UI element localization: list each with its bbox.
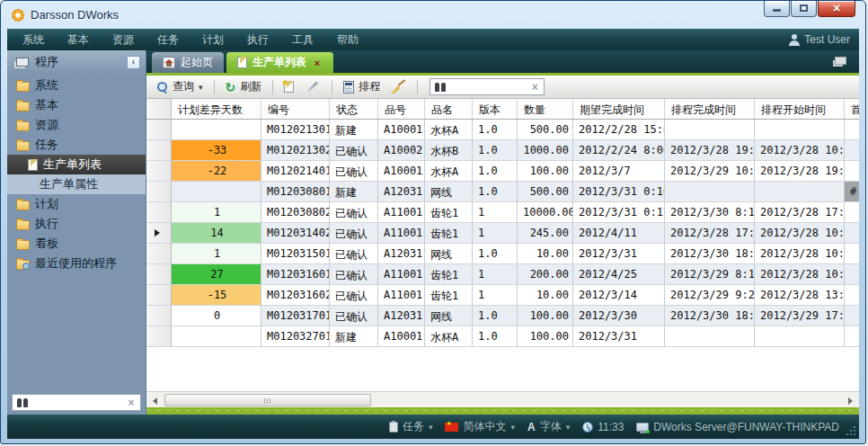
grid-cell[interactable]: 1	[473, 202, 518, 223]
grid-cell[interactable]: 2012/3/28 19:10	[755, 161, 845, 182]
sidebar-item[interactable]: 基本	[7, 95, 146, 115]
grid-cell[interactable]: 100.00	[518, 161, 573, 182]
status-font[interactable]: 字体	[527, 419, 570, 434]
grid-cell[interactable]: 2012/3/29 8:15	[665, 264, 755, 285]
grid-cell[interactable]: 新建	[330, 120, 378, 140]
clean-button[interactable]	[388, 78, 409, 95]
grid-cell-diff[interactable]	[172, 120, 261, 140]
grid-cell[interactable]: 已确认	[330, 140, 378, 161]
scroll-right-arrow[interactable]	[844, 394, 857, 406]
grid-cell[interactable]	[665, 326, 755, 347]
grid-cell[interactable]: 100.00	[518, 326, 573, 347]
grid-cell[interactable]: 500.00	[518, 182, 573, 202]
scroll-thumb[interactable]	[164, 394, 371, 406]
new-order-button[interactable]	[281, 79, 297, 94]
sidebar-search-input[interactable]	[33, 397, 121, 409]
column-header[interactable]: 编号	[261, 99, 330, 119]
collapse-sidebar-button[interactable]	[127, 56, 140, 69]
grid-cell[interactable]: A10001	[378, 326, 425, 347]
grid-cell[interactable]: 2012/3/29 17:46	[755, 306, 845, 326]
grid-cell[interactable]	[845, 120, 859, 140]
row-selector[interactable]	[146, 244, 172, 264]
grid-cell[interactable]: 2012/2/28 15:00	[573, 120, 665, 140]
status-language[interactable]: 简体中文	[445, 419, 515, 434]
close-button[interactable]	[818, 1, 855, 17]
grid-cell-diff[interactable]: -33	[172, 140, 261, 161]
grid-cell[interactable]: 2012/3/28 13:40	[755, 285, 845, 306]
grid-cell[interactable]: 2012/4/11	[573, 223, 665, 244]
grid-cell[interactable]: 2012/3/28 17:13	[665, 223, 755, 244]
grid-cell[interactable]: 2012/3/30 18:00	[665, 244, 755, 264]
grid-cell[interactable]: 2012/2/24 8:00	[573, 140, 665, 161]
grid-cell[interactable]: 1.0	[473, 120, 518, 140]
grid-cell[interactable]: A10001	[378, 161, 425, 182]
tab-production-order-list[interactable]: 生产单列表	[226, 52, 333, 73]
grid-cell[interactable]: 2012/3/30 18:00	[665, 306, 755, 326]
grid-cell[interactable]	[845, 285, 859, 306]
row-selector[interactable]	[146, 161, 172, 182]
table-row[interactable]: 1M012031501已确认A12031网线1.010.002012/3/312…	[146, 244, 859, 264]
column-header[interactable]: 首	[845, 99, 859, 119]
grid-cell[interactable]: 1000.00	[518, 140, 573, 161]
grid-cell[interactable]	[845, 140, 859, 161]
table-row[interactable]: -33M012021302已确认A10002水杯B1.01000.002012/…	[146, 140, 859, 161]
scroll-left-arrow[interactable]	[148, 394, 162, 406]
grid-cell[interactable]	[755, 120, 845, 140]
column-header[interactable]: 期望完成时间	[573, 99, 665, 119]
grid-cell[interactable]: 2012/3/14	[573, 285, 665, 306]
grid-cell[interactable]: 水杯A	[425, 326, 473, 347]
menu-item[interactable]: 基本	[67, 32, 89, 48]
menu-item[interactable]: 资源	[112, 32, 134, 48]
table-row[interactable]: -22M012021401已确认A10001水杯A1.0100.002012/3…	[146, 161, 859, 182]
grid-cell[interactable]: 水杯B	[425, 140, 473, 161]
grid-cell[interactable]: 新建	[330, 326, 378, 347]
menu-item[interactable]: 工具	[292, 32, 314, 48]
grid-cell[interactable]: A12031	[378, 182, 425, 202]
grid-cell[interactable]	[755, 182, 845, 202]
grid-cell[interactable]	[845, 161, 859, 182]
toolbar-search-input[interactable]	[451, 81, 525, 94]
grid-cell[interactable]: 1.0	[473, 161, 518, 182]
sidebar-item[interactable]: 系统	[7, 76, 146, 95]
column-header[interactable]: 品号	[378, 99, 425, 119]
grid-cell[interactable]: 已确认	[330, 161, 378, 182]
grid-cell[interactable]	[845, 326, 859, 347]
row-selector[interactable]	[146, 182, 172, 202]
grid-cell[interactable]: 已确认	[330, 306, 378, 326]
grid-cell[interactable]: 齿轮1	[425, 264, 473, 285]
grid-cell[interactable]: 1.0	[473, 182, 518, 202]
grid-cell[interactable]: M012031701	[261, 306, 330, 326]
grid-cell[interactable]: 已确认	[330, 264, 378, 285]
grid-cell[interactable]: 2012/3/28 17:13	[755, 202, 845, 223]
grid-cell[interactable]: M012031402	[261, 223, 330, 244]
grid-cell[interactable]: 2012/3/30	[573, 306, 665, 326]
grid-cell-diff[interactable]	[172, 182, 261, 202]
table-row[interactable]: M012030801新建A12031网线1.0500.002012/3/31 0…	[146, 182, 859, 202]
clear-search-icon[interactable]	[529, 82, 540, 93]
menu-item[interactable]: 任务	[157, 32, 179, 48]
grid-cell[interactable]: 2012/3/28 10:52	[755, 244, 845, 264]
grid-cell[interactable]	[845, 264, 859, 285]
table-row[interactable]: 1M012030802已确认A11001齿轮1110000.002012/3/3…	[146, 202, 859, 223]
grid-cell[interactable]: 2012/3/30 8:15	[665, 202, 755, 223]
sidebar-item[interactable]: 生产单属性	[7, 174, 146, 194]
grid-cell[interactable]: 网线	[425, 182, 473, 202]
grid-cell[interactable]: 10.00	[518, 244, 573, 264]
grid-cell[interactable]: A12031	[378, 306, 425, 326]
h-scrollbar[interactable]	[146, 391, 859, 407]
grid-cell[interactable]	[665, 120, 755, 140]
query-button[interactable]: 查询	[154, 77, 206, 96]
grid-cell[interactable]	[845, 244, 859, 264]
grid-cell[interactable]: M012031601	[261, 264, 330, 285]
grid-cell[interactable]: M012031501	[261, 244, 330, 264]
table-row[interactable]: -15M012031602已确认A11001齿轮1110.002012/3/14…	[146, 285, 859, 306]
grid-cell[interactable]: M012030801	[261, 182, 330, 202]
grid-cell[interactable]: 2012/3/31	[573, 326, 665, 347]
grid-cell[interactable]: 2012/3/31	[573, 244, 665, 264]
sidebar-item[interactable]: 看板	[7, 234, 146, 254]
grid-cell[interactable]: 网线	[425, 244, 473, 264]
grid-cell[interactable]: 已确认	[330, 223, 378, 244]
grid-cell[interactable]: 2012/3/29 9:20	[665, 285, 755, 306]
grid-cell[interactable]: 1.0	[473, 140, 518, 161]
grid-cell-diff[interactable]: -22	[172, 161, 261, 182]
